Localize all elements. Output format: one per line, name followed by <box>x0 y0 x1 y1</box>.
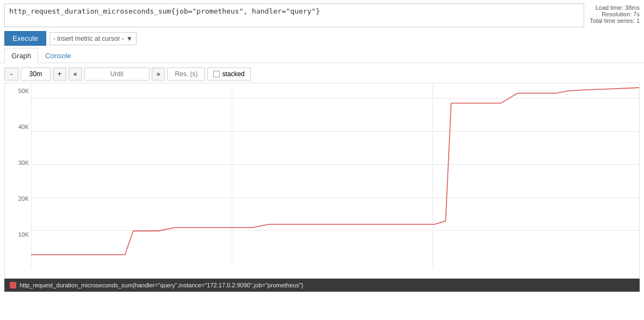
resolution-input[interactable] <box>167 67 205 81</box>
metric-dropdown[interactable]: - insert metric at cursor - ▼ <box>49 32 137 45</box>
forward-button[interactable]: » <box>152 67 165 81</box>
chart-line <box>31 88 639 255</box>
legend: http_request_duration_microseconds_sum{h… <box>4 279 640 292</box>
execute-button[interactable]: Execute <box>4 31 46 46</box>
x-label-0615: 06:15 <box>224 277 239 278</box>
tab-console[interactable]: Console <box>38 48 78 63</box>
tabs-bar: Graph Console <box>0 48 644 63</box>
top-bar: http_request_duration_microseconds_sum{j… <box>0 0 644 29</box>
duration-plus-button[interactable]: + <box>53 67 66 81</box>
y-label-50k: 50K <box>18 88 29 94</box>
stacked-checkbox <box>213 71 220 77</box>
stacked-label: stacked <box>222 70 244 78</box>
chart-svg <box>31 83 639 272</box>
metric-dropdown-label: - insert metric at cursor - <box>53 35 124 42</box>
tab-graph[interactable]: Graph <box>4 48 38 63</box>
legend-text: http_request_duration_microseconds_sum{h… <box>20 282 304 288</box>
query-input-area: http_request_duration_microseconds_sum{j… <box>4 3 584 29</box>
duration-input[interactable] <box>21 67 51 81</box>
y-label-10k: 10K <box>18 231 29 238</box>
y-label-40k: 40K <box>18 124 29 130</box>
query-input[interactable]: http_request_duration_microseconds_sum{j… <box>4 3 584 27</box>
until-input[interactable] <box>84 67 150 81</box>
y-axis: 50K 40K 30K 20K 10K <box>5 83 31 267</box>
total-time-series: Total time series: 1 <box>590 17 640 24</box>
controls-row: Execute - insert metric at cursor - ▼ <box>0 29 644 48</box>
chart-area: 50K 40K 30K 20K 10K <box>5 83 639 278</box>
chart-container: 50K 40K 30K 20K 10K <box>4 83 640 279</box>
load-time: Load time: 38ms <box>590 4 640 11</box>
y-label-30k: 30K <box>18 159 29 166</box>
stacked-button[interactable]: stacked <box>207 67 250 81</box>
graph-controls: - + « » stacked <box>0 63 644 83</box>
rewind-button[interactable]: « <box>69 67 82 81</box>
duration-minus-button[interactable]: - <box>4 67 18 81</box>
legend-color-swatch <box>10 282 16 288</box>
dropdown-arrow-icon: ▼ <box>126 35 133 42</box>
y-label-20k: 20K <box>18 195 29 202</box>
top-right-info: Load time: 38ms Resolution: 7s Total tim… <box>590 3 640 24</box>
resolution: Resolution: 7s <box>590 11 640 17</box>
app-container: http_request_duration_microseconds_sum{j… <box>0 0 644 292</box>
x-label-0630: 06:30 <box>425 277 440 278</box>
